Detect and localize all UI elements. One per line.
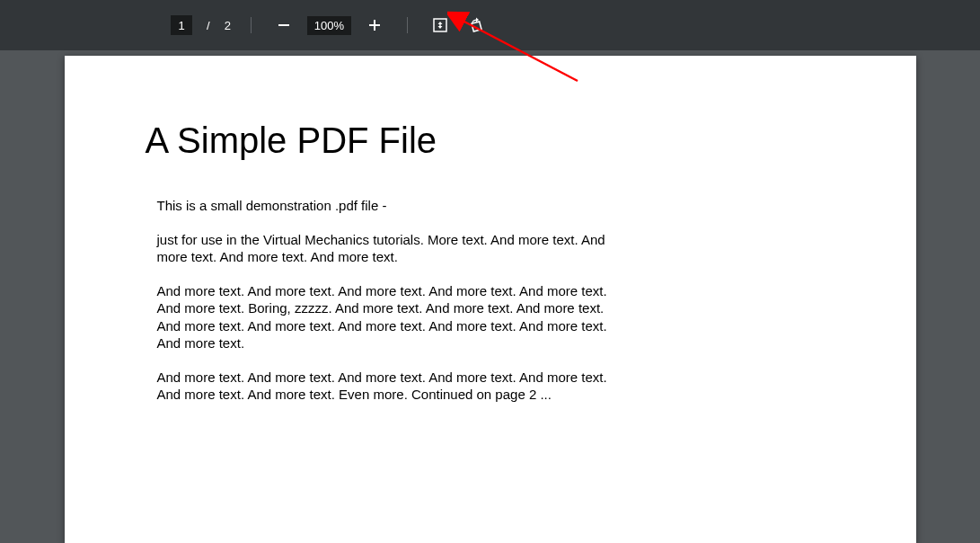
plus-icon (368, 19, 381, 31)
pdf-toolbar: / 2 100% (0, 0, 980, 50)
page-number-input[interactable] (171, 15, 192, 35)
pdf-page: A Simple PDF File This is a small demons… (65, 56, 916, 543)
minus-icon (278, 19, 290, 31)
svg-rect-2 (374, 20, 375, 31)
fit-page-icon (432, 17, 448, 33)
svg-rect-0 (278, 24, 289, 26)
page-separator: / (207, 19, 210, 32)
fit-to-page-button[interactable] (428, 13, 453, 38)
document-title: A Simple PDF File (146, 120, 835, 161)
zoom-out-button[interactable] (271, 13, 296, 38)
paragraph: And more text. And more text. And more t… (157, 282, 613, 352)
rotate-icon (468, 17, 484, 33)
svg-rect-4 (472, 22, 481, 31)
page-total: 2 (225, 19, 231, 32)
page-viewport: A Simple PDF File This is a small demons… (0, 50, 980, 543)
zoom-in-button[interactable] (362, 13, 387, 38)
paragraph: This is a small demonstration .pdf file … (157, 197, 613, 215)
document-body: This is a small demonstration .pdf file … (146, 197, 613, 404)
rotate-button[interactable] (464, 13, 489, 38)
toolbar-divider (251, 17, 252, 33)
zoom-level: 100% (307, 16, 351, 35)
paragraph: just for use in the Virtual Mechanics tu… (157, 231, 613, 266)
paragraph: And more text. And more text. And more t… (157, 369, 613, 404)
toolbar-divider (407, 17, 408, 33)
